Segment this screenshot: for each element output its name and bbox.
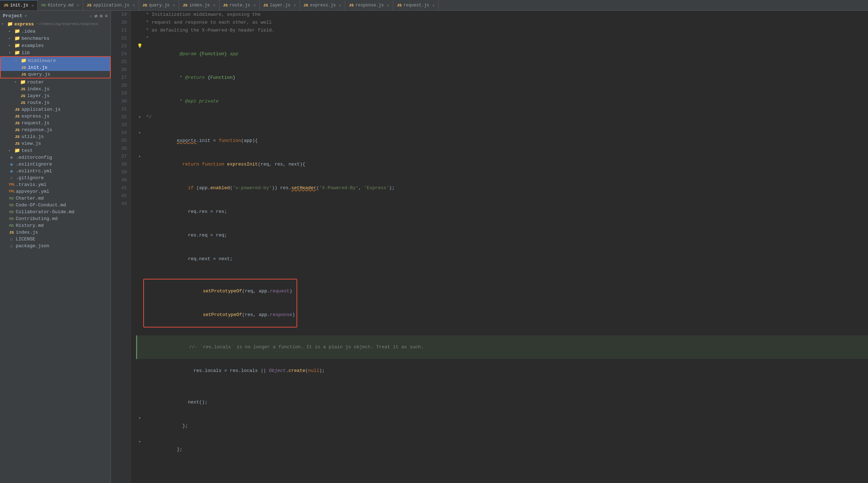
toolbar-icon-gear[interactable]: ⚙	[100, 13, 102, 19]
dropdown-icon[interactable]: ▾	[25, 14, 27, 18]
md-file-icon: MD	[9, 203, 14, 207]
line-text-21: * as defaulting the X-Powered-By header …	[143, 27, 868, 34]
tab-close-icon[interactable]: ✕	[433, 3, 435, 8]
sidebar-item-label: utils.js	[21, 134, 44, 139]
tab-history-md[interactable]: MD History.md ✕	[38, 0, 83, 10]
chevron-icon: ▸	[9, 43, 13, 48]
fold-arrow-icon[interactable]: ▾	[139, 438, 141, 446]
sidebar-item-packagejson[interactable]: ◻ package.json	[0, 243, 111, 249]
sidebar-item-view-js[interactable]: JS view.js	[0, 140, 111, 147]
sidebar-item-label: router	[27, 80, 44, 85]
tab-close-icon[interactable]: ✕	[77, 3, 79, 8]
tab-label: request.js	[404, 3, 429, 8]
sidebar-item-editorconfig[interactable]: ⚙ .editorconfig	[0, 154, 111, 161]
sidebar-item-idea[interactable]: ▸ 📁 .idea	[0, 28, 111, 35]
code-content[interactable]: * Initialization middleware, exposing th…	[131, 11, 868, 483]
sidebar-item-query-js[interactable]: JS query.js	[1, 71, 110, 78]
tab-application-js[interactable]: JS application.js ✕	[83, 0, 139, 10]
editor-area: 19 20 21 22 23 24 25 26 27 28 29 30 31 3…	[111, 11, 868, 483]
js-file-icon: JS	[21, 72, 26, 77]
sidebar-item-router-route-js[interactable]: JS route.js	[0, 99, 111, 106]
sidebar-item-response-js[interactable]: JS response.js	[0, 126, 111, 133]
sidebar-item-request-js[interactable]: JS request.js	[0, 120, 111, 126]
gutter-43: ▾	[136, 438, 143, 446]
tab-label: History.md	[48, 3, 73, 8]
sidebar-item-router-layer-js[interactable]: JS layer.js	[0, 92, 111, 99]
sidebar-item-label: .eslintignore	[16, 162, 52, 167]
sidebar-item-express-js[interactable]: JS express.js	[0, 113, 111, 120]
sidebar-item-application-js[interactable]: JS application.js	[0, 106, 111, 113]
toolbar-icon-sync[interactable]: ⇄	[95, 13, 97, 19]
tab-response-js[interactable]: JS response.js ✕	[345, 0, 393, 10]
main-layout: Project ▾ ☆ ⇄ ⚙ ≡ ▾ 📁 express ~/chenting…	[0, 11, 868, 483]
tab-query-js[interactable]: JS query.js ✕	[139, 0, 179, 10]
sidebar-item-codeofconductmd[interactable]: MD Code-Of-Conduct.md	[0, 202, 111, 209]
sidebar-item-router-index-js[interactable]: JS index.js	[0, 86, 111, 92]
tab-layer-js[interactable]: JS layer.js ✕	[260, 0, 300, 10]
tab-route-js[interactable]: JS route.js ✕	[220, 0, 260, 10]
code-line-33: req.next = next;	[136, 247, 868, 271]
tab-express-js[interactable]: JS express.js ✕	[300, 0, 346, 10]
sidebar-item-express-root[interactable]: ▾ 📁 express ~/chenting/express/express	[0, 20, 111, 28]
sidebar-item-label: response.js	[21, 127, 52, 133]
line-text-39: res.locals = res.locals || Object.create…	[143, 359, 868, 383]
sidebar-item-examples[interactable]: ▸ 📁 examples	[0, 42, 111, 49]
sidebar-item-test[interactable]: ▸ 📁 test	[0, 147, 111, 154]
sidebar-item-gitignore[interactable]: ◻ .gitignore	[0, 174, 111, 181]
sidebar-item-middleware[interactable]: ▾ 📁 middleware	[1, 57, 110, 64]
sidebar-item-travisyml[interactable]: YML .travis.yml	[0, 181, 111, 188]
tab-close-icon[interactable]: ✕	[213, 3, 216, 8]
folder-icon: 📁	[20, 79, 26, 85]
toolbar-icon-menu[interactable]: ≡	[105, 13, 108, 19]
sidebar-item-indexjs-root[interactable]: JS index.js	[0, 229, 111, 236]
line-text-37	[143, 327, 868, 335]
sidebar-item-collaboratorguidemd[interactable]: MD Collaborator-Guide.md	[0, 209, 111, 215]
tab-label: express.js	[310, 3, 336, 8]
tab-index-js[interactable]: JS index.js ✕	[179, 0, 219, 10]
sidebar-item-chartermd[interactable]: MD Charter.md	[0, 195, 111, 202]
tab-close-icon[interactable]: ✕	[339, 3, 342, 8]
line-text-22: *	[143, 34, 868, 42]
sidebar-item-appveyoryml[interactable]: YML appveyor.yml	[0, 188, 111, 195]
line-numbers: 19 20 21 22 23 24 25 26 27 28 29 30 31 3…	[111, 11, 131, 483]
lightbulb-icon[interactable]: 💡	[137, 42, 143, 50]
tab-init-js[interactable]: JS init.js ✕	[0, 0, 38, 10]
tab-close-icon[interactable]: ✕	[253, 3, 256, 8]
gutter-23: 💡	[136, 42, 143, 50]
tab-request-js[interactable]: JS request.js ✕	[393, 0, 439, 10]
fold-arrow-icon[interactable]: ▾	[139, 129, 141, 137]
sidebar-item-utils-js[interactable]: JS utils.js	[0, 133, 111, 140]
sidebar-item-init-js[interactable]: JS init.js	[1, 64, 110, 71]
fold-arrow-icon[interactable]: ▾	[139, 153, 141, 161]
sidebar-item-eslintrcyml[interactable]: ◉ .eslintrc.yml	[0, 168, 111, 174]
sidebar-item-label: application.js	[21, 107, 61, 112]
line-number: 20	[111, 19, 127, 27]
line-number: 28	[111, 82, 127, 90]
fold-arrow-icon[interactable]: ▾	[139, 113, 141, 121]
sidebar-item-historymd[interactable]: MD History.md	[0, 222, 111, 229]
tab-close-icon[interactable]: ✕	[32, 3, 34, 8]
sidebar-item-eslintignore[interactable]: ◉ .eslintignore	[0, 161, 111, 168]
sidebar-item-contributingmd[interactable]: MD Contributing.md	[0, 215, 111, 222]
line-text-20: * request and response to each other, as…	[143, 19, 868, 27]
sidebar-item-lib[interactable]: ▾ 📁 lib	[0, 49, 111, 56]
line-text-27	[143, 121, 868, 129]
folder-icon: 📁	[21, 58, 26, 63]
sidebar-item-label: LICENSE	[16, 236, 35, 242]
folder-icon: 📁	[14, 43, 20, 48]
fold-arrow-icon[interactable]: ▾	[139, 414, 141, 422]
sidebar-item-label: appveyor.yml	[16, 189, 49, 194]
sidebar-item-benchmarks[interactable]: ▸ 📁 benchmarks	[0, 35, 111, 42]
code-line-36: setPrototypeOf(res, app.response)	[144, 303, 296, 327]
sidebar-item-label: index.js	[27, 86, 49, 92]
tab-close-icon[interactable]: ✕	[132, 3, 135, 8]
project-header[interactable]: Project ▾ ☆ ⇄ ⚙ ≡	[0, 11, 111, 20]
tab-close-icon[interactable]: ✕	[387, 3, 390, 8]
js-icon: JS	[223, 3, 228, 8]
sidebar-item-router[interactable]: ▾ 📁 router	[0, 78, 111, 86]
tab-close-icon[interactable]: ✕	[173, 3, 175, 8]
tab-close-icon[interactable]: ✕	[294, 3, 296, 8]
toolbar-icon-star[interactable]: ☆	[89, 13, 92, 19]
sidebar-item-license[interactable]: ◻ LICENSE	[0, 236, 111, 243]
js-icon: JS	[4, 3, 8, 8]
